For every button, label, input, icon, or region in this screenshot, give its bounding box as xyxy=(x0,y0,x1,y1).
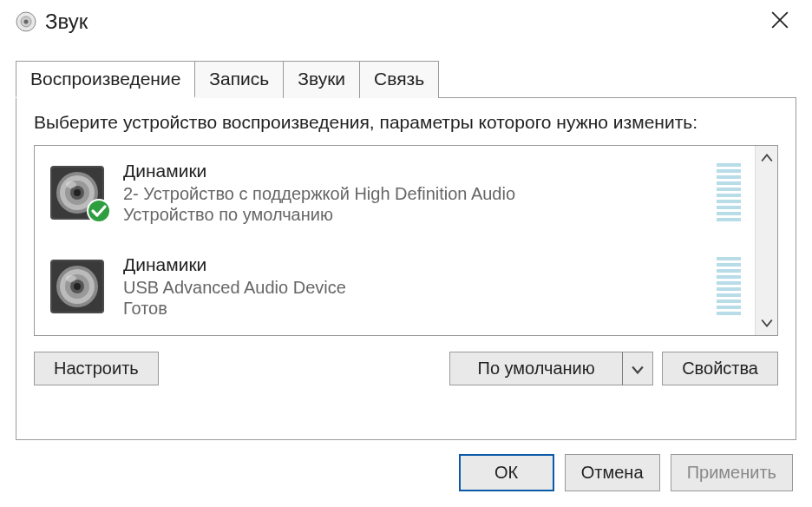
speaker-icon xyxy=(47,256,108,317)
svg-rect-21 xyxy=(717,206,741,209)
device-name: Динамики xyxy=(123,254,704,275)
svg-rect-39 xyxy=(717,300,741,303)
set-default-dropdown[interactable] xyxy=(622,352,653,385)
device-row[interactable]: Динамики 2- Устройство с поддержкой High… xyxy=(35,146,755,240)
default-check-icon xyxy=(87,199,111,227)
device-list[interactable]: Динамики 2- Устройство с поддержкой High… xyxy=(35,146,755,335)
device-info: Динамики 2- Устройство с поддержкой High… xyxy=(123,161,704,225)
titlebar: Звук xyxy=(0,0,812,43)
svg-point-12 xyxy=(66,181,76,188)
svg-rect-23 xyxy=(717,218,741,221)
level-meter xyxy=(715,161,743,224)
svg-rect-40 xyxy=(717,306,741,309)
device-action-row: Настроить По умолчанию Свойства xyxy=(34,352,778,385)
button-label: По умолчанию xyxy=(478,359,595,378)
sound-app-icon xyxy=(16,11,36,32)
ok-button[interactable]: ОК xyxy=(459,454,554,491)
tab-strip: Воспроизведение Запись Звуки Связь xyxy=(16,61,796,98)
svg-point-30 xyxy=(74,283,81,290)
tab-recording[interactable]: Запись xyxy=(194,61,284,98)
level-meter xyxy=(715,255,743,318)
svg-point-2 xyxy=(24,20,29,24)
svg-rect-22 xyxy=(717,212,741,215)
chevron-down-icon xyxy=(632,359,644,378)
sound-dialog: Звук Воспроизведение Запись Звуки Связь … xyxy=(0,0,812,507)
instruction-text: Выберите устройство воспроизведения, пар… xyxy=(34,110,778,135)
device-list-container: Динамики 2- Устройство с поддержкой High… xyxy=(34,145,778,336)
svg-rect-38 xyxy=(717,293,741,297)
close-icon[interactable] xyxy=(763,10,796,34)
svg-rect-16 xyxy=(717,175,741,179)
speaker-icon xyxy=(47,162,108,223)
tab-label: Связь xyxy=(374,69,424,89)
device-description: USB Advanced Audio Device xyxy=(123,277,704,299)
button-label: Отмена xyxy=(581,463,644,482)
set-default-button[interactable]: По умолчанию xyxy=(449,352,623,385)
device-row[interactable]: Динамики USB Advanced Audio Device Готов xyxy=(35,240,755,333)
properties-button[interactable]: Свойства xyxy=(662,352,778,385)
button-label: Настроить xyxy=(54,359,139,378)
spacer xyxy=(167,352,441,385)
svg-rect-33 xyxy=(717,263,741,267)
svg-rect-19 xyxy=(717,194,741,197)
device-status: Готов xyxy=(123,299,704,319)
svg-rect-20 xyxy=(717,200,741,203)
cancel-button[interactable]: Отмена xyxy=(565,454,660,491)
device-description: 2- Устройство с поддержкой High Definiti… xyxy=(123,183,704,205)
dialog-button-row: ОК Отмена Применить xyxy=(0,440,812,507)
svg-rect-35 xyxy=(717,275,741,279)
svg-rect-41 xyxy=(717,312,741,315)
tab-playback[interactable]: Воспроизведение xyxy=(16,61,195,98)
svg-rect-14 xyxy=(717,163,741,167)
scroll-up-icon[interactable] xyxy=(759,149,775,167)
svg-rect-18 xyxy=(717,188,741,191)
button-label: Свойства xyxy=(682,359,758,378)
apply-button[interactable]: Применить xyxy=(671,454,793,491)
device-status: Устройство по умолчанию xyxy=(123,205,704,225)
svg-point-31 xyxy=(66,275,76,282)
device-name: Динамики xyxy=(123,161,704,181)
window-title: Звук xyxy=(45,10,763,34)
button-label: Применить xyxy=(687,463,776,482)
tab-communications[interactable]: Связь xyxy=(359,61,439,98)
svg-rect-15 xyxy=(717,169,741,173)
tab-label: Воспроизведение xyxy=(30,69,180,89)
tab-label: Запись xyxy=(209,69,269,89)
scrollbar[interactable] xyxy=(755,146,777,335)
svg-point-11 xyxy=(74,189,81,196)
tab-label: Звуки xyxy=(298,69,345,89)
button-label: ОК xyxy=(494,463,518,482)
svg-rect-17 xyxy=(717,181,741,185)
set-default-split-button: По умолчанию xyxy=(449,352,653,385)
svg-rect-36 xyxy=(717,281,741,285)
scroll-down-icon[interactable] xyxy=(759,314,775,332)
svg-point-13 xyxy=(88,200,110,222)
svg-rect-34 xyxy=(717,269,741,273)
svg-rect-32 xyxy=(717,257,741,260)
content-area: Воспроизведение Запись Звуки Связь Выбер… xyxy=(0,43,812,440)
tab-sounds[interactable]: Звуки xyxy=(283,61,360,98)
configure-button[interactable]: Настроить xyxy=(34,352,159,385)
tab-panel-playback: Выберите устройство воспроизведения, пар… xyxy=(16,97,796,440)
device-info: Динамики USB Advanced Audio Device Готов xyxy=(123,254,704,319)
svg-rect-37 xyxy=(717,287,741,291)
